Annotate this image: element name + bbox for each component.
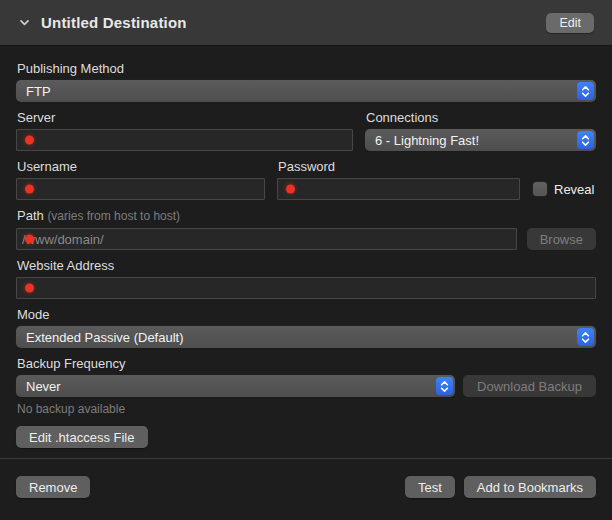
settings-form: Publishing Method FTP Server Connections… <box>0 46 612 448</box>
chevron-down-icon[interactable] <box>18 16 31 29</box>
remove-button[interactable]: Remove <box>16 476 90 498</box>
mode-select[interactable]: Extended Passive (Default) <box>16 326 596 348</box>
connections-select[interactable]: 6 - Lightning Fast! <box>365 129 596 151</box>
browse-button[interactable]: Browse <box>527 228 596 250</box>
footer-bar: Remove Test Add to Bookmarks <box>0 458 612 498</box>
publishing-method-label: Publishing Method <box>17 61 596 76</box>
add-to-bookmarks-button[interactable]: Add to Bookmarks <box>464 476 596 498</box>
backup-frequency-value: Never <box>26 379 61 394</box>
edit-button[interactable]: Edit <box>546 13 594 33</box>
destination-title: Untitled Destination <box>41 14 187 31</box>
publishing-method-select[interactable]: FTP <box>16 80 596 102</box>
updown-chevron-icon <box>577 328 594 346</box>
updown-chevron-icon <box>577 131 594 149</box>
test-button[interactable]: Test <box>405 476 455 498</box>
updown-chevron-icon <box>577 82 594 100</box>
password-label: Password <box>278 159 520 174</box>
destination-header: Untitled Destination Edit <box>0 0 612 46</box>
server-input[interactable] <box>16 129 353 151</box>
backup-frequency-label: Backup Frequency <box>17 356 596 371</box>
download-backup-button[interactable]: Download Backup <box>463 375 596 397</box>
edit-htaccess-button[interactable]: Edit .htaccess File <box>16 426 148 448</box>
mode-value: Extended Passive (Default) <box>26 330 184 345</box>
connections-label: Connections <box>366 110 596 125</box>
username-input[interactable] <box>16 178 265 200</box>
path-hint: (varies from host to host) <box>47 209 180 223</box>
publishing-method-value: FTP <box>26 84 51 99</box>
mode-label: Mode <box>17 307 596 322</box>
website-address-input[interactable] <box>16 277 596 299</box>
password-input[interactable] <box>277 178 520 200</box>
server-label: Server <box>17 110 353 125</box>
reveal-label: Reveal <box>554 182 594 197</box>
path-label: Path <box>17 208 44 223</box>
backup-status-text: No backup available <box>17 402 596 416</box>
backup-frequency-select[interactable]: Never <box>16 375 455 397</box>
path-input[interactable] <box>16 228 517 250</box>
website-address-label: Website Address <box>17 258 596 273</box>
connections-value: 6 - Lightning Fast! <box>375 133 479 148</box>
reveal-checkbox[interactable] <box>533 182 547 196</box>
updown-chevron-icon <box>436 377 453 395</box>
username-label: Username <box>17 159 265 174</box>
